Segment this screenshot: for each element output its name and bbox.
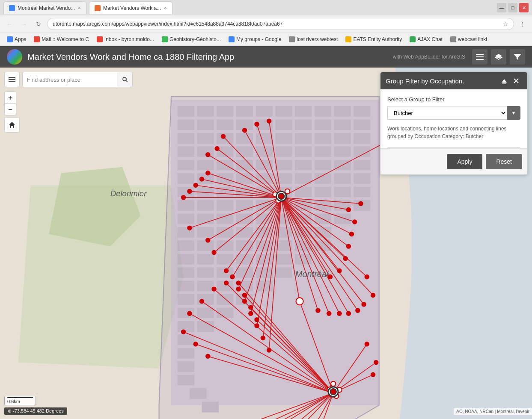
app-header: Market Vendors Work and Home ca 1880 Fil…	[0, 46, 532, 68]
layers-icon-button[interactable]	[491, 49, 506, 65]
back-button[interactable]: ←	[3, 18, 15, 30]
home-button[interactable]	[4, 117, 20, 133]
bookmark-ajax[interactable]: AJAX Chat	[406, 35, 446, 43]
svg-point-248	[261, 336, 265, 340]
svg-point-291	[123, 77, 126, 81]
bookmark-mygroups[interactable]: My groups - Google	[225, 35, 285, 43]
apply-button[interactable]: Apply	[447, 154, 482, 169]
address-bar[interactable]: utoronto.maps.arcgis.com/apps/webappview…	[47, 18, 514, 30]
svg-point-243	[230, 274, 235, 279]
bookmark-mygroups-label: My groups - Google	[236, 36, 281, 42]
svg-point-220	[352, 219, 357, 224]
maximize-button[interactable]: □	[508, 3, 517, 12]
ajax-icon	[410, 36, 416, 42]
tab-1[interactable]: Montréal Market Vendo... ✕	[3, 1, 86, 14]
bookmark-geo[interactable]: Geohistory-Géohisto...	[158, 35, 224, 43]
map-area[interactable]: Montréal Delorimier Westmount	[0, 68, 532, 419]
svg-point-258	[236, 280, 241, 285]
filter-icon-button[interactable]	[510, 49, 525, 65]
lost-icon	[289, 36, 295, 42]
svg-rect-289	[9, 79, 15, 80]
svg-point-235	[199, 177, 204, 181]
svg-point-271	[374, 360, 378, 365]
svg-point-226	[365, 274, 369, 279]
bookmark-webcast[interactable]: webcast linki	[447, 35, 490, 43]
bookmark-apps[interactable]: Apps	[3, 35, 30, 43]
svg-point-270	[371, 372, 375, 377]
svg-point-240	[205, 238, 210, 242]
svg-point-224	[337, 269, 342, 273]
bookmark-apps-label: Apps	[15, 36, 26, 42]
svg-line-292	[126, 80, 128, 82]
svg-point-215	[242, 128, 247, 133]
reset-button[interactable]: Reset	[486, 154, 522, 169]
search-input[interactable]	[23, 72, 117, 87]
svg-point-230	[346, 311, 351, 316]
apps-icon	[7, 36, 13, 42]
layer-toggle-button[interactable]	[4, 72, 20, 87]
svg-point-261	[254, 317, 259, 322]
svg-point-219	[346, 207, 351, 212]
bookmark-gmail-label: Inbox - byron.moldo...	[104, 36, 154, 42]
zoom-out-button[interactable]: −	[4, 103, 16, 115]
svg-point-260	[248, 305, 253, 310]
settings-button[interactable]: ⋮	[517, 18, 529, 30]
svg-point-223	[343, 256, 348, 261]
occupation-select[interactable]: Butcher	[387, 106, 507, 120]
zoom-in-button[interactable]: +	[4, 91, 16, 103]
bookmark-mail[interactable]: Mail :: Welcome to C	[30, 35, 92, 43]
bookmark-eats[interactable]: EATS Entity Authority	[342, 35, 405, 43]
forward-button[interactable]: →	[18, 18, 30, 30]
svg-point-247	[254, 323, 259, 328]
panel-actions: Apply Reset	[380, 148, 527, 174]
svg-point-241	[211, 250, 216, 255]
svg-point-227	[371, 293, 375, 298]
bookmark-icon[interactable]: ☆	[503, 21, 508, 27]
app-title: Market Vendors Work and Home ca 1880 Fil…	[27, 52, 393, 62]
minimize-button[interactable]: —	[497, 3, 506, 12]
panel-collapse-button[interactable]	[498, 75, 510, 87]
svg-point-259	[242, 293, 247, 298]
bookmark-lost[interactable]: lost rivers webtest	[285, 35, 341, 43]
svg-point-233	[315, 308, 320, 313]
panel-close-button[interactable]	[510, 75, 522, 87]
title-bar: Montréal Market Vendo... ✕ Market Vendor…	[0, 0, 532, 15]
svg-point-246	[248, 311, 253, 316]
map-toolbar	[4, 72, 133, 87]
eats-icon	[345, 36, 351, 42]
app-logo	[7, 49, 22, 65]
tab-1-label: Montréal Market Vendo...	[18, 5, 75, 11]
bookmarks-bar: Apps Mail :: Welcome to C Inbox - byron.…	[0, 32, 532, 46]
svg-point-214	[221, 134, 226, 139]
svg-point-221	[349, 232, 354, 236]
svg-point-218	[358, 201, 363, 206]
select-arrow-button[interactable]: ▼	[507, 106, 520, 120]
bookmark-mail-label: Mail :: Welcome to C	[42, 36, 89, 42]
svg-marker-293	[9, 122, 15, 128]
svg-point-244	[236, 286, 241, 291]
arrow-down-icon: ▼	[511, 110, 516, 115]
bookmark-webcast-label: webcast linki	[458, 36, 487, 42]
mail-icon	[34, 36, 40, 42]
reload-button[interactable]: ↻	[33, 18, 45, 30]
svg-rect-288	[9, 77, 15, 78]
bookmark-gmail[interactable]: Inbox - byron.moldo...	[93, 35, 158, 43]
tab-2-close[interactable]: ✕	[163, 6, 167, 10]
scale-bar: 0.6km	[4, 396, 36, 405]
svg-point-216	[254, 122, 259, 127]
montreal-label: Montréal	[295, 269, 329, 279]
close-button[interactable]: ✕	[519, 3, 529, 12]
tab-1-close[interactable]: ✕	[77, 6, 81, 10]
svg-point-249	[267, 348, 271, 352]
svg-point-217	[267, 119, 271, 124]
tab-2[interactable]: Market Vendors Work a... ✕	[89, 1, 172, 14]
list-icon-button[interactable]	[472, 49, 487, 65]
app-container: Market Vendors Work and Home ca 1880 Fil…	[0, 46, 532, 419]
webcast-icon	[450, 36, 456, 42]
svg-point-257	[224, 280, 229, 285]
svg-point-245	[242, 299, 247, 304]
bookmark-geo-label: Geohistory-Géohisto...	[169, 36, 221, 42]
svg-point-236	[193, 183, 198, 188]
svg-point-237	[187, 189, 192, 194]
search-button[interactable]	[117, 72, 132, 87]
